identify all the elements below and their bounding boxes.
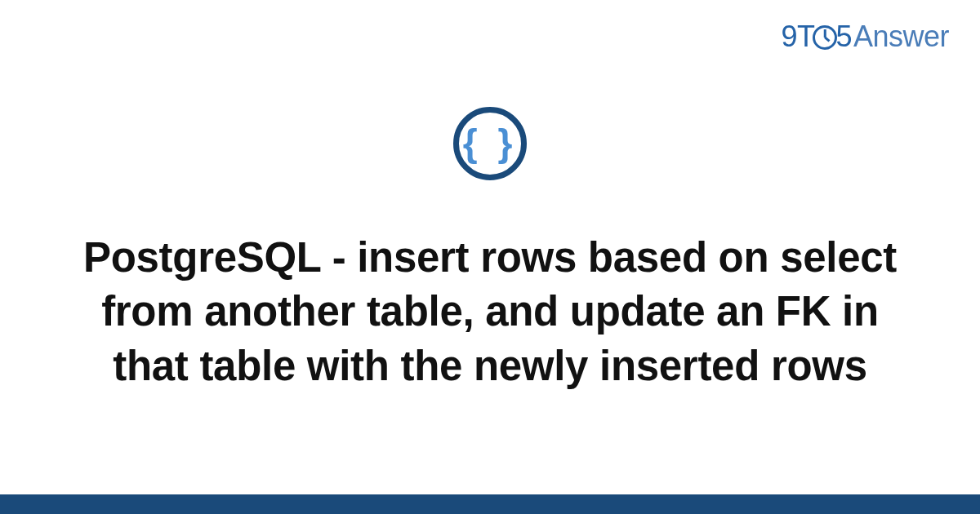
clock-icon (813, 25, 837, 50)
page-title: PostgreSQL - insert rows based on select… (61, 231, 919, 393)
footer-bar (0, 494, 980, 514)
logo-answer: Answer (853, 20, 949, 53)
braces-glyph: { } (463, 124, 518, 162)
code-braces-icon: { } (453, 107, 527, 180)
logo-five: 5 (835, 20, 852, 53)
logo-nine: 9 (781, 20, 797, 53)
logo-t: T (797, 20, 815, 53)
site-logo: 9T5Answer (781, 20, 949, 54)
